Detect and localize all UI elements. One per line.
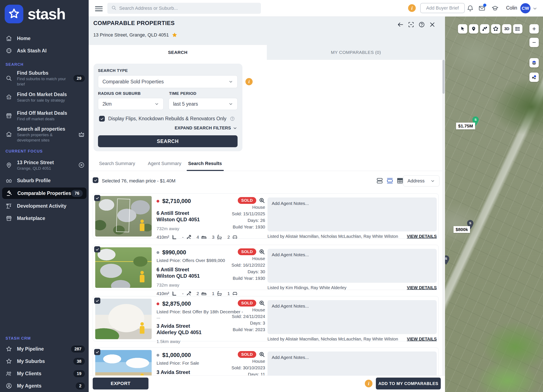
map[interactable]: 3D+−S$1.75MS$800kS	[445, 17, 543, 392]
view-details-link[interactable]: VIEW DETAILS	[407, 234, 437, 239]
mail-icon[interactable]	[478, 5, 486, 12]
house-dollar-icon: $	[5, 93, 13, 101]
sidebar-item-13-prince-street[interactable]: 13 Prince Street Grange, QLD 4051	[0, 156, 89, 174]
subtab-search-results[interactable]: Search Results	[188, 161, 222, 166]
search-type-info-icon[interactable]: i	[245, 78, 253, 85]
help-icon[interactable]	[230, 116, 235, 121]
x-circle-icon[interactable]	[78, 162, 85, 168]
sidebar-item-find-off-market-deals[interactable]: Find Off Market Deals Find off market de…	[0, 106, 89, 125]
export-button[interactable]: EXPORT	[93, 378, 148, 389]
expand-icon[interactable]	[408, 21, 414, 28]
sidebar-item-find-on-market-deals[interactable]: $ Find On Market Deals Search for sale b…	[0, 88, 89, 106]
table-view-icon[interactable]	[396, 177, 404, 185]
sidebar-item-my-clients[interactable]: My Clients 19	[0, 367, 89, 380]
map-zoom-in-button[interactable]: +	[529, 24, 539, 34]
view-details-link[interactable]: VIEW DETAILS	[407, 337, 437, 341]
property-photo[interactable]	[95, 196, 152, 237]
sidebar-item-suburb-profile[interactable]: Suburb Profile	[0, 174, 89, 187]
select-all-checkbox[interactable]	[93, 177, 98, 183]
add-to-my-comparables-button[interactable]: ADD TO MY COMPARABLES	[376, 378, 441, 389]
sold-date: Sold: 15/11/2025	[212, 210, 265, 217]
sidebar-item-subtitle: Search for sale by strategy	[17, 97, 67, 103]
info-icon[interactable]: i	[408, 4, 416, 12]
zoom-in-icon[interactable]	[259, 197, 265, 204]
map-list-button[interactable]	[513, 24, 522, 34]
car-icon	[232, 234, 238, 240]
logo[interactable]: stash	[5, 5, 89, 23]
radius-select[interactable]: 2km	[98, 98, 164, 110]
property-checkbox[interactable]	[94, 195, 100, 201]
agent-notes-input[interactable]: Add Agent Notes...	[267, 249, 437, 283]
sidebar-item-development-activity[interactable]: Development Activity	[0, 200, 89, 212]
search-input[interactable]	[119, 6, 257, 11]
days-on-market: Days: 3	[212, 320, 265, 326]
home-icon	[5, 34, 13, 42]
sidebar-item-my-agents[interactable]: My Agents 2	[0, 380, 89, 392]
sidebar-item-my-pipeline[interactable]: My Pipeline 287	[0, 343, 89, 355]
property-checkbox[interactable]	[94, 349, 100, 355]
map-3d-button[interactable]: 3D	[502, 24, 511, 34]
sidebar-item-marketplace[interactable]: Marketplace	[0, 212, 89, 224]
zoom-in-icon[interactable]	[259, 300, 265, 306]
zoom-in-icon[interactable]	[259, 351, 265, 358]
panel-scrollbar[interactable]	[442, 60, 445, 375]
map-polygon-button[interactable]	[491, 24, 500, 34]
days-on-market: Days: 30	[212, 268, 265, 275]
favorite-star-icon[interactable]	[171, 32, 178, 38]
time-period-select[interactable]: last 5 years	[169, 98, 238, 110]
property-photo[interactable]	[95, 247, 152, 288]
sidebar-item-ask-stash-ai[interactable]: AI Ask Stash AI	[0, 45, 89, 57]
subtab-search-summary[interactable]: Search Summary	[99, 161, 135, 166]
tab-search[interactable]: SEARCH	[89, 45, 267, 60]
property-photo[interactable]	[95, 350, 152, 375]
tab-my-comparables[interactable]: MY COMPARABLES (0)	[267, 45, 445, 60]
days-on-market: Days: 11	[212, 371, 265, 375]
card-view-icon[interactable]	[386, 177, 394, 185]
graduation-cap-icon[interactable]	[492, 5, 499, 12]
sidebar-item-find-suburbs[interactable]: Find Suburbs Find suburbs to match your …	[0, 69, 89, 88]
chevron-down-icon[interactable]	[532, 6, 537, 11]
map-route-button[interactable]	[480, 24, 489, 34]
sort-select[interactable]: Address	[403, 176, 440, 187]
view-details-link[interactable]: VIEW DETAILS	[407, 285, 437, 290]
sidebar-item-my-suburbs[interactable]: My Suburbs 38	[0, 355, 89, 367]
map-cluster-button[interactable]	[529, 73, 539, 82]
info-icon[interactable]: i	[365, 380, 373, 387]
map-price-label[interactable]: $1.75M	[456, 123, 475, 129]
tools-icon	[186, 234, 192, 240]
bath-icon	[217, 234, 222, 240]
map-zoom-out-button[interactable]: −	[529, 38, 539, 47]
close-icon[interactable]	[429, 21, 436, 28]
agent-notes-input[interactable]: Add Agent Notes...	[267, 198, 437, 231]
flips-checkbox[interactable]	[99, 116, 105, 122]
search-button[interactable]: SEARCH	[98, 135, 238, 147]
add-buyer-brief-button[interactable]: Add Buyer Brief	[420, 3, 465, 13]
menu-icon[interactable]	[95, 5, 103, 12]
map-layers-button[interactable]	[529, 58, 539, 68]
avatar[interactable]: CW	[520, 3, 531, 13]
bell-icon[interactable]	[467, 5, 474, 12]
subtab-agent-summary[interactable]: Agent Summary	[148, 161, 181, 166]
scrollbar-thumb[interactable]	[442, 60, 445, 94]
zoom-in-icon[interactable]	[259, 249, 265, 255]
sidebar-item-home[interactable]: Home	[0, 32, 89, 45]
search-type-select[interactable]: Comparable Sold Properties	[98, 75, 238, 88]
property-stats: 410m² - 2 1 1	[157, 291, 248, 296]
sidebar-item-search-all-properties[interactable]: Search all properties Search properties …	[0, 125, 89, 144]
expand-search-filters[interactable]: EXPAND SEARCH FILTERS	[175, 125, 237, 131]
list-view-icon[interactable]	[376, 177, 384, 185]
sidebar-item-comparable-properties[interactable]: Comparable Properties 76	[2, 187, 86, 199]
property-checkbox[interactable]	[94, 298, 100, 304]
help-icon[interactable]	[418, 21, 425, 28]
back-icon[interactable]	[397, 21, 404, 28]
map-pin-solid-button[interactable]	[469, 24, 478, 34]
pegman-figure	[140, 220, 144, 231]
property-photo[interactable]	[95, 299, 152, 339]
agent-notes-input[interactable]: Add Agent Notes...	[267, 300, 437, 334]
agent-notes-input[interactable]: Add Agent Notes...	[267, 352, 437, 375]
map-price-label[interactable]: $800k	[453, 226, 470, 233]
property-checkbox[interactable]	[94, 246, 100, 252]
crown-icon[interactable]	[78, 131, 85, 138]
map-cursor-button[interactable]	[458, 24, 467, 34]
property-type: House	[212, 358, 265, 364]
